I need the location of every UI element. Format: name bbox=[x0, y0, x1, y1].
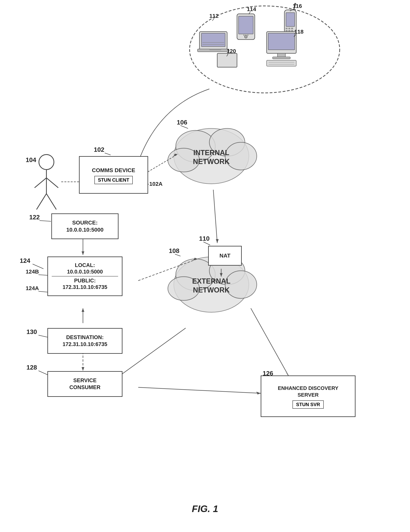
stun-client-label: STUN CLIENT bbox=[94, 176, 133, 184]
svg-rect-24 bbox=[267, 32, 296, 53]
svg-text:124: 124 bbox=[20, 257, 30, 264]
svg-line-99 bbox=[38, 371, 47, 375]
svg-rect-3 bbox=[197, 49, 229, 52]
svg-text:130: 130 bbox=[27, 328, 37, 335]
svg-rect-22 bbox=[288, 30, 290, 32]
local-public-box: LOCAL: 10.0.0.10:5000 PUBLIC: 172.31.10.… bbox=[47, 256, 122, 296]
svg-text:124B: 124B bbox=[26, 269, 39, 275]
svg-text:102A: 102A bbox=[149, 181, 163, 187]
svg-point-43 bbox=[176, 130, 215, 162]
svg-point-12 bbox=[245, 35, 246, 36]
svg-point-45 bbox=[225, 142, 257, 170]
nat-label: NAT bbox=[217, 251, 233, 260]
svg-text:NETWORK: NETWORK bbox=[193, 158, 230, 166]
svg-rect-25 bbox=[268, 33, 295, 50]
svg-point-46 bbox=[168, 148, 199, 172]
svg-line-35 bbox=[249, 11, 251, 14]
svg-point-44 bbox=[209, 128, 245, 156]
svg-line-41 bbox=[227, 54, 228, 56]
svg-marker-65 bbox=[173, 154, 178, 157]
svg-line-60 bbox=[37, 194, 47, 209]
svg-point-11 bbox=[243, 35, 244, 36]
enhanced-discovery-label: ENHANCED DISCOVERY SERVER bbox=[276, 384, 341, 399]
svg-line-108 bbox=[114, 328, 186, 380]
enhanced-discovery-box: ENHANCED DISCOVERY SERVER STUN SVR bbox=[261, 375, 355, 417]
svg-line-58 bbox=[35, 178, 47, 188]
svg-line-16 bbox=[294, 5, 295, 10]
svg-rect-1 bbox=[199, 32, 227, 49]
svg-point-10 bbox=[244, 35, 247, 38]
svg-rect-31 bbox=[217, 53, 237, 67]
svg-rect-8 bbox=[237, 14, 255, 39]
svg-rect-19 bbox=[288, 28, 290, 29]
svg-rect-9 bbox=[239, 16, 253, 34]
svg-point-42 bbox=[174, 128, 249, 184]
svg-line-39 bbox=[294, 34, 296, 37]
svg-text:124A: 124A bbox=[26, 285, 39, 291]
service-consumer-box: SERVICE CONSUMER bbox=[47, 371, 122, 397]
svg-text:114: 114 bbox=[247, 6, 256, 12]
svg-rect-4 bbox=[209, 49, 221, 50]
svg-line-91 bbox=[175, 254, 180, 256]
svg-line-37 bbox=[290, 9, 294, 11]
svg-marker-97 bbox=[82, 367, 84, 371]
svg-marker-89 bbox=[216, 239, 219, 243]
svg-line-85 bbox=[204, 242, 210, 245]
svg-line-64 bbox=[148, 154, 178, 172]
svg-text:120: 120 bbox=[227, 48, 236, 54]
svg-marker-83 bbox=[193, 258, 197, 260]
local-b-label: LOCAL: bbox=[75, 262, 95, 268]
svg-text:EXTERNAL: EXTERNAL bbox=[192, 277, 231, 285]
service-consumer-label: SERVICE CONSUMER bbox=[67, 376, 103, 392]
svg-rect-14 bbox=[284, 10, 296, 34]
svg-rect-20 bbox=[291, 28, 293, 29]
svg-text:102: 102 bbox=[94, 146, 104, 153]
svg-rect-15 bbox=[286, 13, 295, 27]
svg-line-33 bbox=[212, 18, 214, 21]
svg-point-52 bbox=[225, 271, 257, 298]
svg-line-73 bbox=[39, 220, 51, 221]
svg-marker-107 bbox=[285, 372, 288, 375]
svg-point-17 bbox=[294, 3, 296, 5]
svg-rect-27 bbox=[272, 57, 290, 59]
svg-rect-18 bbox=[286, 28, 288, 29]
comms-device-box: COMMS DEVICE STUN CLIENT bbox=[79, 156, 148, 194]
svg-text:118: 118 bbox=[294, 29, 304, 35]
svg-rect-26 bbox=[278, 53, 285, 57]
svg-point-13 bbox=[247, 35, 248, 36]
svg-text:104: 104 bbox=[26, 156, 36, 163]
svg-text:116: 116 bbox=[293, 3, 302, 9]
svg-rect-2 bbox=[201, 33, 225, 47]
svg-line-104 bbox=[138, 387, 261, 393]
nat-box: NAT bbox=[208, 246, 242, 266]
svg-line-81 bbox=[38, 291, 47, 292]
svg-line-59 bbox=[47, 178, 58, 188]
svg-text:128: 128 bbox=[27, 364, 37, 371]
svg-rect-28 bbox=[267, 60, 296, 66]
svg-marker-93 bbox=[82, 308, 84, 312]
svg-text:110: 110 bbox=[199, 235, 210, 242]
svg-marker-75 bbox=[82, 251, 84, 255]
svg-point-53 bbox=[168, 277, 199, 300]
svg-rect-23 bbox=[291, 30, 293, 32]
svg-text:108: 108 bbox=[169, 247, 179, 254]
svg-line-61 bbox=[47, 194, 56, 209]
svg-line-67 bbox=[180, 125, 188, 128]
stun-svr-label: STUN SVR bbox=[292, 400, 324, 409]
svg-text:106: 106 bbox=[177, 119, 187, 126]
svg-marker-87 bbox=[220, 273, 223, 277]
svg-text:NETWORK: NETWORK bbox=[193, 286, 230, 294]
source-label: SOURCE: 10.0.0.10:5000 bbox=[64, 218, 106, 235]
destination-box: DESTINATION: 172.31.10.10:6735 bbox=[47, 328, 122, 354]
svg-line-95 bbox=[38, 335, 47, 337]
public-b-label: PUBLIC: bbox=[74, 278, 96, 284]
destination-label: DESTINATION: 172.31.10.10:6735 bbox=[60, 333, 110, 349]
svg-point-0 bbox=[190, 6, 340, 93]
comms-device-label: COMMS DEVICE bbox=[89, 166, 138, 175]
svg-text:INTERNAL: INTERNAL bbox=[193, 149, 229, 157]
svg-point-56 bbox=[39, 154, 54, 170]
figure-label: FIG. 1 bbox=[192, 503, 218, 514]
svg-line-69 bbox=[105, 153, 111, 155]
source-box: SOURCE: 10.0.0.10:5000 bbox=[51, 213, 119, 239]
svg-line-79 bbox=[38, 275, 47, 275]
